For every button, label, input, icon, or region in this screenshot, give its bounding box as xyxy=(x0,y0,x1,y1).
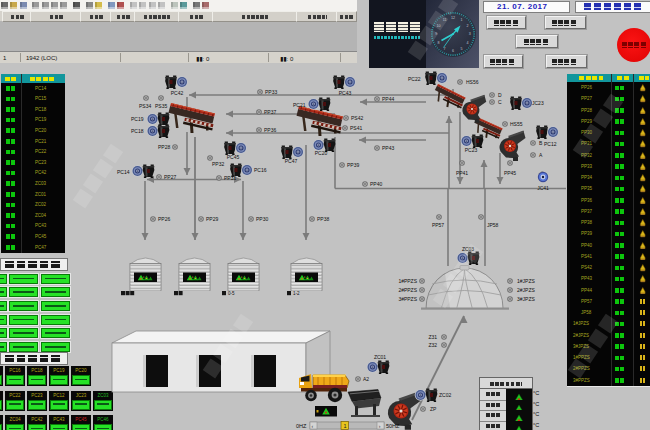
svg-text:PS35: PS35 xyxy=(155,103,167,109)
svg-text:PC19: PC19 xyxy=(131,116,144,122)
svg-text:JC41: JC41 xyxy=(537,185,549,191)
svg-text:PC21: PC21 xyxy=(293,102,306,108)
svg-text:0-5: 0-5 xyxy=(228,291,235,296)
svg-text:1#PPZS: 1#PPZS xyxy=(398,278,417,284)
svg-text:2#PPZS: 2#PPZS xyxy=(398,287,417,293)
svg-text:JP58: JP58 xyxy=(487,222,499,228)
svg-text:D: D xyxy=(498,92,502,98)
svg-text:PP40: PP40 xyxy=(370,181,382,187)
svg-text:A2: A2 xyxy=(363,376,369,382)
svg-text:PC43: PC43 xyxy=(339,90,352,96)
svg-text:JC23: JC23 xyxy=(532,100,544,106)
svg-text:PP30: PP30 xyxy=(256,216,268,222)
svg-text:PP43: PP43 xyxy=(382,145,394,151)
svg-text:1#JPZS: 1#JPZS xyxy=(517,278,535,284)
svg-text:2#JPZS: 2#JPZS xyxy=(517,287,535,293)
svg-text:PC47: PC47 xyxy=(285,158,298,164)
svg-text:B: B xyxy=(539,140,543,146)
svg-text:3#JPZS: 3#JPZS xyxy=(517,296,535,302)
svg-text:PP26: PP26 xyxy=(158,216,170,222)
svg-text:PP31: PP31 xyxy=(224,175,236,181)
svg-text:C: C xyxy=(498,99,502,105)
svg-text:PP41: PP41 xyxy=(456,170,468,176)
svg-text:ZC03: ZC03 xyxy=(462,246,474,252)
svg-text:A: A xyxy=(539,152,543,158)
svg-text:50HZ: 50HZ xyxy=(386,423,400,429)
svg-text:PP37: PP37 xyxy=(264,109,276,115)
svg-text:PC16: PC16 xyxy=(254,167,267,173)
svg-text:PC18: PC18 xyxy=(131,128,144,134)
svg-text:PP27: PP27 xyxy=(164,174,176,180)
svg-text:PP29: PP29 xyxy=(206,216,218,222)
svg-text:PC22: PC22 xyxy=(408,76,421,82)
svg-text:PP44: PP44 xyxy=(382,96,394,102)
svg-text:Z32: Z32 xyxy=(428,342,437,348)
svg-text:PP28: PP28 xyxy=(158,144,170,150)
svg-text:ZC02: ZC02 xyxy=(439,392,451,398)
svg-text:ZP: ZP xyxy=(430,406,437,412)
svg-text:1: 1 xyxy=(343,423,346,429)
svg-text:PC23: PC23 xyxy=(465,147,478,153)
svg-text:HS56: HS56 xyxy=(466,79,479,85)
svg-text:ZC01: ZC01 xyxy=(374,354,386,360)
svg-text:1-2: 1-2 xyxy=(293,291,300,296)
svg-text:3#PPZS: 3#PPZS xyxy=(398,296,417,302)
svg-text:PC12: PC12 xyxy=(544,141,557,147)
svg-text:PP33: PP33 xyxy=(265,89,277,95)
svg-text:0HZ: 0HZ xyxy=(296,423,307,429)
svg-text:HS55: HS55 xyxy=(510,121,523,127)
svg-text:Z31: Z31 xyxy=(428,334,437,340)
svg-text:PP45: PP45 xyxy=(504,170,516,176)
svg-text:PP38: PP38 xyxy=(317,216,329,222)
svg-text:PC20: PC20 xyxy=(315,150,328,156)
svg-text:PC14: PC14 xyxy=(117,169,130,175)
svg-text:PP39: PP39 xyxy=(347,162,359,168)
svg-text:PS34: PS34 xyxy=(139,103,151,109)
svg-text:PP57: PP57 xyxy=(432,222,444,228)
svg-text:PC42: PC42 xyxy=(171,90,184,96)
svg-text:PP32: PP32 xyxy=(212,161,224,167)
svg-text:PC45: PC45 xyxy=(227,154,240,160)
svg-text:PS41: PS41 xyxy=(350,125,362,131)
svg-text:PP36: PP36 xyxy=(264,127,276,133)
svg-text:PS42: PS42 xyxy=(351,115,363,121)
